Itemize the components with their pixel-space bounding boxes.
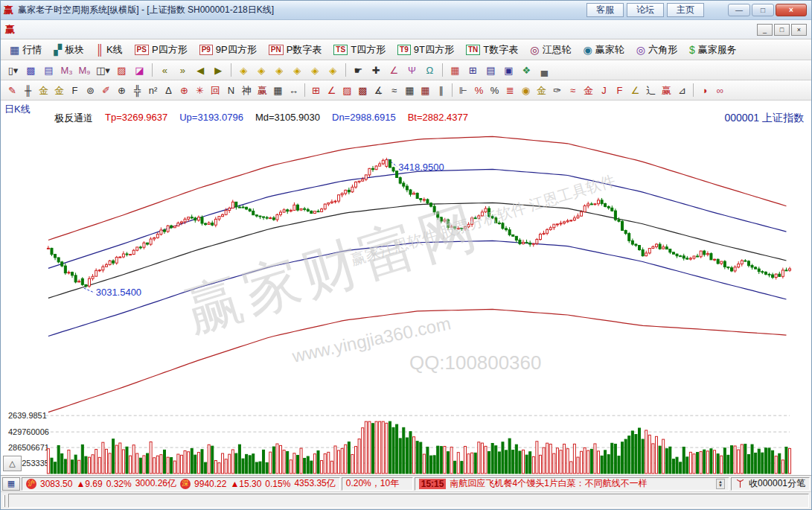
period-tab[interactable]: 日K线 (4, 103, 31, 116)
gann-box-icon[interactable]: ▨ (113, 62, 130, 78)
go-first-icon[interactable]: « (156, 62, 173, 78)
t9-square-button[interactable]: T9 9T四方形 (392, 41, 459, 59)
width-measure-icon[interactable]: ↔ (286, 82, 301, 98)
windows-grid-icon[interactable]: ▩ (22, 62, 39, 78)
shen-grid-icon[interactable]: 神 (239, 82, 255, 98)
sectors-button[interactable]: ▞ 板块 (48, 41, 89, 59)
crosshair-icon[interactable]: ✚ (368, 62, 385, 78)
target-circle-icon[interactable]: ⊕ (176, 82, 192, 98)
dense-grid-icon[interactable]: ╬ (130, 82, 145, 98)
f-angle-icon[interactable]: F (612, 82, 627, 98)
color-chart-icon[interactable]: ◪ (131, 62, 148, 78)
p-number-button[interactable]: PN P数字表 (263, 41, 327, 59)
ray-fan-icon[interactable]: ∠ (324, 82, 339, 98)
percent-icon[interactable]: % (487, 82, 502, 98)
slash-grid-icon[interactable]: ∥ (433, 82, 449, 98)
red-window-icon[interactable]: ⊞ (308, 82, 324, 98)
diamond-compress-h-icon[interactable]: ◈ (289, 62, 306, 78)
bar-ruler-icon[interactable]: ⊩ (455, 82, 471, 98)
minimize-button[interactable]: — (728, 4, 750, 16)
gann-wheel-button[interactable]: ◎ 江恩轮 (525, 41, 576, 59)
a-line-icon[interactable]: ∆ (161, 82, 176, 98)
quotes-button[interactable]: ▦ 行情 (4, 41, 47, 59)
ying-grid-icon[interactable]: 赢 (255, 82, 270, 98)
titlebar[interactable]: 赢 赢家老子时空周期系统[纵横版] - [上证指数 SH000001-218日K… (1, 1, 811, 20)
star-icon[interactable]: ✳ (192, 82, 208, 98)
percent-levels-icon[interactable]: ≣ (502, 82, 518, 98)
child-close-button[interactable]: × (791, 24, 807, 36)
print-icon[interactable]: ▄ (536, 62, 553, 78)
diamond-compress-left-icon[interactable]: ◈ (235, 62, 252, 78)
diamond-expand-v-icon[interactable]: ◈ (307, 62, 324, 78)
close-button[interactable]: × (776, 4, 807, 16)
gold-grid1-icon[interactable]: 金 (36, 82, 51, 98)
period-dropdown[interactable]: ▯▾ (4, 62, 22, 78)
calendar-icon[interactable]: ▦ (447, 62, 464, 78)
time-circle-icon[interactable]: ⊕ (114, 82, 130, 98)
infinity-icon[interactable]: ∞ (712, 82, 728, 98)
info-list-icon[interactable]: ▤ (40, 62, 57, 78)
ying-levels-icon[interactable]: 赢 (659, 82, 674, 98)
gold-grid2-icon[interactable]: 金 (51, 82, 67, 98)
grid-123-icon[interactable]: ▦ (270, 82, 286, 98)
news-spinner[interactable]: ▲ ▼ (716, 479, 725, 489)
save-icon[interactable]: ▣ (500, 62, 517, 78)
zigzag-icon[interactable]: 辶 (643, 82, 659, 98)
market-grid-button[interactable]: ▦ (2, 477, 20, 491)
hatch-box-icon[interactable]: ▨ (339, 82, 355, 98)
line-fan2-icon[interactable]: ∡ (371, 82, 386, 98)
restore-button[interactable]: □ (752, 4, 774, 16)
go-prev-icon[interactable]: ◀ (192, 62, 209, 78)
wave-gold-icon[interactable]: ≈ (565, 82, 581, 98)
news-headline[interactable]: 南航回应飞机餐4个馒头1片白菜：不同航线不一样 (450, 477, 647, 490)
candle-style-dropdown[interactable]: ◫▾ (94, 62, 112, 78)
p9-square-button[interactable]: P9 9P四方形 (194, 41, 262, 59)
spinner-down-icon[interactable]: ▼ (718, 484, 723, 488)
kline-chart[interactable]: 2639.98514297600062865066711432533353418… (1, 101, 811, 475)
angle-tool-icon[interactable]: ∠ (386, 62, 403, 78)
ticker-segment[interactable]: 0.20%，10年 (342, 477, 413, 491)
go-last-icon[interactable]: » (174, 62, 191, 78)
notes-icon[interactable]: ▤ (482, 62, 499, 78)
percent-line-icon[interactable]: % (471, 82, 487, 98)
angle-pencil-icon[interactable]: ✐ (98, 82, 114, 98)
t-number-button[interactable]: TN T数字表 (461, 41, 523, 59)
p-square-button[interactable]: PS P四方形 (130, 41, 193, 59)
spiral-icon[interactable]: ⊚ (83, 82, 98, 98)
fib-grid-icon[interactable]: F (67, 82, 83, 98)
t-square-button[interactable]: TS T四方形 (328, 41, 391, 59)
diamond-expand-h-icon[interactable]: ◈ (271, 62, 288, 78)
calculator-icon[interactable]: ⊞ (464, 62, 482, 78)
price-lines-icon[interactable]: ╫ (20, 82, 36, 98)
n2-icon[interactable]: n² (145, 82, 161, 98)
kefu-button[interactable]: 客服 (586, 3, 624, 17)
diamond-expand-all-icon[interactable]: ◈ (325, 62, 342, 78)
chart3-icon[interactable]: M₃ (58, 62, 75, 78)
hand-tool-icon[interactable]: ☛ (350, 62, 367, 78)
child-restore-button[interactable]: □ (774, 24, 790, 36)
scroll-up-button[interactable]: △ (3, 456, 22, 471)
luntan-button[interactable]: 论坛 (627, 3, 664, 17)
gold-angle-icon[interactable]: ∠ (627, 82, 643, 98)
triangle-icon[interactable]: ⊿ (674, 82, 690, 98)
gold-red-icon[interactable]: 金 (581, 82, 596, 98)
cycle-tool-icon[interactable]: Ω (421, 62, 438, 78)
chart9-icon[interactable]: M₉ (76, 62, 93, 78)
wave-icon[interactable]: ≈ (386, 82, 402, 98)
dark-box-icon[interactable]: ▩ (355, 82, 371, 98)
winner-service-button[interactable]: $ 赢家服务 (684, 41, 742, 59)
candle-pen-icon[interactable]: ✑ (549, 82, 565, 98)
gold-circle-icon[interactable]: ◉ (518, 82, 534, 98)
export-icon[interactable]: ❖ (518, 62, 535, 78)
yinyang-icon[interactable]: ◑ (697, 82, 712, 98)
n-marks-icon[interactable]: Ν (223, 82, 239, 98)
pencil-tool-icon[interactable]: ✎ (4, 82, 20, 98)
gann-fan-icon[interactable]: Ψ (403, 62, 421, 78)
square-spiral-icon[interactable]: 回 (208, 82, 223, 98)
go-next-icon[interactable]: ▶ (210, 62, 227, 78)
diamond-compress-right-icon[interactable]: ◈ (253, 62, 270, 78)
hexagon-button[interactable]: ◎ 六角形 (631, 41, 682, 59)
news-segment[interactable]: 15:15 南航回应飞机餐4个馒头1片白菜：不同航线不一样 ▲ ▼ (415, 477, 729, 491)
winner-wheel-button[interactable]: ◉ 赢家轮 (578, 41, 629, 59)
gold-levels-icon[interactable]: 金 (534, 82, 549, 98)
